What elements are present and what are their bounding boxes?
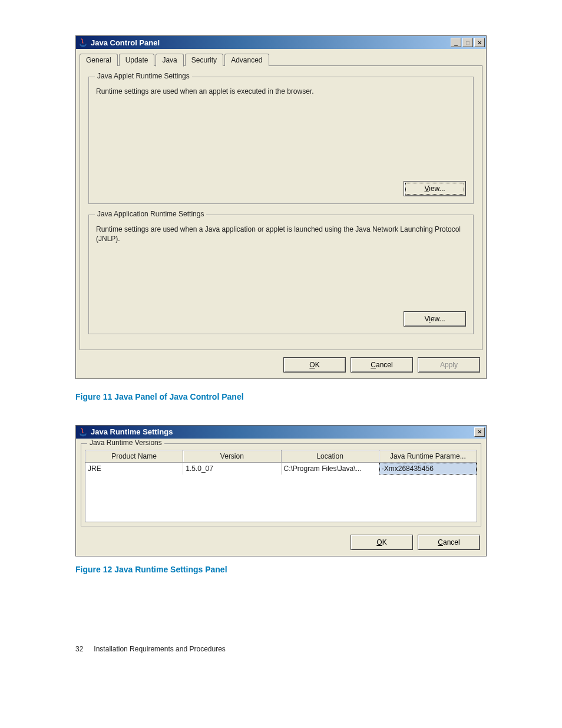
java-runtime-versions-group: Java Runtime Versions Product Name Versi… [81,443,481,526]
titlebar[interactable]: Java Runtime Settings ✕ [76,426,486,439]
cell-version[interactable]: 1.5.0_07 [183,463,281,475]
tab-general[interactable]: General [80,54,118,66]
java-logo-icon [78,427,88,437]
cancel-button[interactable]: Cancel [418,535,480,550]
java-control-panel-window: Java Control Panel _ □ ✕ General Update … [75,35,487,379]
ok-button[interactable]: OK [283,357,346,373]
minimize-button[interactable]: _ [451,38,461,47]
tab-advanced[interactable]: Advanced [224,54,269,66]
cell-location[interactable]: C:\Program Files\Java\... [282,463,379,475]
applet-view-label-rest: iew... [429,185,445,193]
section-title: Installation Requirements and Procedures [94,645,225,653]
tab-security[interactable]: Security [185,54,223,66]
col-runtime-params[interactable]: Java Runtime Parame... [379,450,477,463]
close-button[interactable]: ✕ [474,38,485,47]
tabs-row: General Update Java Security Advanced [76,49,486,65]
close-button[interactable]: ✕ [474,427,485,437]
runtime-versions-grid[interactable]: Product Name Version Location Java Runti… [85,450,477,522]
grid-header: Product Name Version Location Java Runti… [85,450,477,463]
window-title: Java Control Panel [91,38,160,47]
titlebar[interactable]: Java Control Panel _ □ ✕ [76,36,486,49]
dialog-buttons: OK Cancel Apply [76,354,486,378]
applet-runtime-group: Java Applet Runtime Settings Runtime set… [88,77,474,204]
dialog-buttons: OK Cancel [76,531,486,556]
figure-11-caption: Figure 11 Java Panel of Java Control Pan… [75,392,487,401]
tab-java[interactable]: Java [156,54,183,67]
applet-group-text: Runtime settings are used when an applet… [96,87,466,96]
table-row[interactable]: JRE 1.5.0_07 C:\Program Files\Java\... -… [85,463,477,475]
applet-group-legend: Java Applet Runtime Settings [95,72,192,80]
cancel-button[interactable]: Cancel [351,357,413,373]
page-footer: 32 Installation Requirements and Procedu… [75,645,487,653]
window-title: Java Runtime Settings [91,427,173,436]
col-product-name[interactable]: Product Name [85,450,183,463]
app-group-text: Runtime settings are used when a Java ap… [96,225,466,243]
col-location[interactable]: Location [282,450,379,463]
grid-empty-area [85,475,477,522]
cell-product[interactable]: JRE [85,463,183,475]
maximize-button[interactable]: □ [462,38,473,47]
page-number: 32 [75,645,83,653]
java-logo-icon [78,38,88,47]
app-group-legend: Java Application Runtime Settings [95,210,206,218]
application-runtime-group: Java Application Runtime Settings Runtim… [88,215,474,334]
java-tab-panel: Java Applet Runtime Settings Runtime set… [80,65,482,350]
figure-12-caption: Figure 12 Java Runtime Settings Panel [75,565,487,574]
java-runtime-settings-window: Java Runtime Settings ✕ Java Runtime Ver… [75,425,487,556]
ok-button[interactable]: OK [351,535,413,550]
cell-params[interactable]: -Xmx268435456 [379,463,477,475]
tab-update[interactable]: Update [119,54,155,66]
app-view-button[interactable]: View... [404,311,466,327]
runtime-versions-legend: Java Runtime Versions [87,439,164,447]
col-version[interactable]: Version [183,450,281,463]
apply-button[interactable]: Apply [418,357,480,373]
applet-view-button[interactable]: View... [404,181,466,196]
